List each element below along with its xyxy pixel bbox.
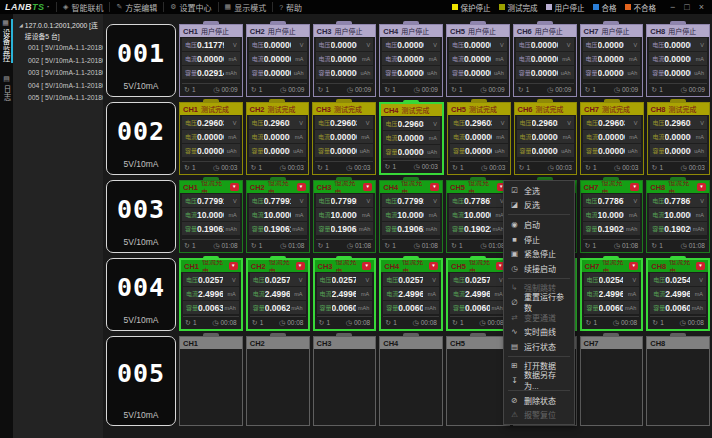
channel-card-004-CH4[interactable]: CH4恒流充电▼电压0.02573V电流2.49969mA容量0.00609mA… (379, 258, 443, 331)
channel-capacity-unit: uAh (691, 70, 704, 76)
channel-card-005-CH3[interactable]: CH3 (313, 336, 377, 426)
channel-card-001-CH5[interactable]: CH5用户停止电压0.00000V电流0.00000mA容量0.00000uAh… (446, 24, 510, 97)
menu-item-紧急停止[interactable]: ▣紧急停止 (504, 246, 574, 261)
menu-item-实时曲线[interactable]: ∿实时曲线 (504, 324, 574, 339)
channel-card-001-CH4[interactable]: CH4用户停止电压0.00000V电流0.00000mA容量0.00000uAh… (379, 24, 443, 97)
menu-item-数据另存为...[interactable]: ↧数据另存为... (504, 373, 574, 388)
menu-item-重置运行参数[interactable]: ∅重置运行参数 (504, 295, 574, 310)
tree-root-node[interactable]: ◢ 127.0.0.1:2001,2000 [连接设备5 台] (13, 20, 103, 42)
channel-capacity-value: 0.00000 (397, 68, 424, 78)
channel-voltage-unit: V (691, 198, 704, 204)
channel-current-unit: mA (223, 291, 236, 297)
channel-card-002-CH5[interactable]: CH5测试完成电压0.29603V电流0.00000mA容量0.00000uAh… (447, 102, 511, 175)
minimize-button[interactable]: − (670, 2, 675, 12)
channel-card-003-CH7[interactable]: CH7恒流充电▼电压0.77867V电流10.0000mA容量0.19020mA… (580, 180, 644, 253)
device-card-002[interactable]: 0025V/10mA (106, 102, 176, 175)
channel-footer: ↻1◷00:03 (315, 161, 373, 173)
channel-name: CH2 (250, 105, 265, 114)
select-all-icon: ☑ (510, 186, 519, 195)
channel-card-004-CH1[interactable]: CH1恒流充电▼电压0.02573V电流2.49969mA容量0.00634mA… (179, 258, 243, 331)
channel-card-005-CH7[interactable]: CH7 (580, 336, 644, 426)
channel-card-005-CH2[interactable]: CH2 (246, 336, 310, 426)
device-model-label: 5V/10mA (124, 237, 159, 252)
close-button[interactable]: × (699, 2, 704, 12)
channel-capacity-value: 0.00608 (465, 303, 490, 313)
menu-item-启动[interactable]: ◉启动 (504, 217, 574, 232)
clock-icon: ◷ (479, 319, 485, 326)
menubar-item-方案编辑[interactable]: ✎方案编辑 (109, 2, 163, 12)
menu-item-运行状态[interactable]: ▤运行状态 (504, 339, 574, 354)
tree-device-node[interactable]: 005 [ 5V/10mA-1.1-20180501005 ] (13, 92, 103, 105)
loop-count-value: 1 (326, 319, 330, 326)
tree-device-node[interactable]: 004 [ 5V/10mA-1.1-20180501004 ] (13, 80, 103, 93)
restore-button[interactable]: □ (684, 2, 689, 12)
elapsed-time: ◷00:09 (347, 86, 371, 94)
channel-card-001-CH1[interactable]: CH1用户停止电压0.11779V电流0.00000mA容量0.02914mAh… (179, 24, 243, 97)
device-card-005[interactable]: 0055V/10mA (106, 336, 176, 426)
channel-card-004-CH2[interactable]: CH2恒流充电▼电压0.02573V电流2.49969mA容量0.00622mA… (246, 258, 310, 331)
channel-card-004-CH8[interactable]: CH8恒流充电▼电压0.02542V电流2.49969mA容量0.00608mA… (646, 258, 710, 331)
channel-card-003-CH4[interactable]: CH4恒流充电▼电压0.77991V电流10.0000mA容量0.19061mA… (379, 180, 443, 253)
menu-item-删除状态[interactable]: ⊘删除状态 (504, 393, 574, 408)
elapsed-time-value: 00:03 (422, 163, 438, 170)
channel-card-002-CH8[interactable]: CH8测试完成电压0.29603V电流0.00000mA容量0.00000uAh… (647, 102, 711, 175)
channel-card-003-CH1[interactable]: CH1恒流充电▼电压0.77991V电流10.0000mA容量0.19061mA… (179, 180, 243, 253)
menubar-item-设置中心[interactable]: ⚙设置中心 (163, 2, 217, 12)
channel-card-001-CH6[interactable]: CH6用户停止电压0.00000V电流0.00000mA容量0.00000uAh… (513, 24, 577, 97)
channel-capacity-row: 容量0.00622mAh (250, 301, 306, 314)
channel-current-value: 0.00000 (197, 132, 223, 142)
field-label-current: 电流 (252, 210, 264, 219)
channel-card-005-CH5[interactable]: CH5 (446, 336, 510, 426)
channel-footer: ↻1◷00:08 (450, 316, 506, 328)
channel-card-001-CH7[interactable]: CH7用户停止电压0.00000V电流0.00000mA容量0.00000uAh… (580, 24, 644, 97)
menu-item-反选[interactable]: ◪反选 (504, 198, 574, 213)
channel-card-002-CH4[interactable]: CH4测试完成电压0.29603V电流0.00000mA容量0.00000uAh… (379, 102, 445, 175)
channel-footer: ↻1◷00:09 (316, 83, 374, 95)
menubar-item-智能联机[interactable]: ◈智能联机 (56, 2, 109, 12)
channel-voltage-row: 电压0.11779V (182, 38, 240, 51)
channel-card-004-CH5[interactable]: CH5恒流充电▼电压0.02573V电流2.49969mA容量0.00608mA… (446, 258, 510, 331)
channel-capacity-value: 0.00000 (532, 146, 558, 156)
channel-capacity-unit: uAh (424, 149, 437, 155)
channel-card-005-CH4[interactable]: CH4 (379, 336, 443, 426)
channel-voltage-unit: V (290, 277, 303, 283)
menubar-item-帮助[interactable]: ?帮助 (272, 2, 308, 12)
channel-card-002-CH6[interactable]: CH6测试完成电压0.29603V电流0.00000mA容量0.00000uAh… (514, 102, 578, 175)
channel-capacity-value: 0.00000 (598, 146, 624, 156)
gear-icon: ⚙ (170, 3, 176, 11)
tree-device-node[interactable]: 003 [ 5V/10mA-1.1-20180501003 ] (13, 67, 103, 80)
channel-card-002-CH1[interactable]: CH1测试完成电压0.29603V电流0.00000mA容量0.00000uAh… (179, 102, 243, 175)
tree-device-node[interactable]: 002 [ 5V/10mA-1.1-20180501002 ] (13, 55, 103, 68)
channel-card-005-CH8[interactable]: CH8 (646, 336, 710, 426)
channel-card-003-CH8[interactable]: CH8恒流充电▼电压0.77867V电流10.0000mA容量0.19020mA… (646, 180, 710, 253)
channel-voltage-row: 电压0.00000V (516, 38, 574, 51)
channel-card-003-CH3[interactable]: CH3恒流充电▼电压0.77991V电流10.0000mA容量0.19061mA… (313, 180, 377, 253)
channel-capacity-value: 0.00000 (264, 68, 291, 78)
device-card-001[interactable]: 0015V/10mA (106, 24, 176, 97)
menu-item-停止[interactable]: ■停止 (504, 232, 574, 247)
channel-card-002-CH7[interactable]: CH7测试完成电压0.29603V电流0.00000mA容量0.00000uAh… (580, 102, 644, 175)
channel-card-005-CH1[interactable]: CH1 (179, 336, 243, 426)
sidebar-tab-日志[interactable]: ▤日志 (1, 75, 12, 102)
channel-header: CH4测试完成 (381, 104, 443, 116)
device-card-003[interactable]: 0035V/10mA (106, 180, 176, 253)
sidebar-tab-设备监控[interactable]: ▦设备监控 (0, 19, 13, 63)
channel-card-002-CH3[interactable]: CH3测试完成电压0.29603V电流0.00000mA容量0.00000uAh… (312, 102, 376, 175)
menubar-item-显示模式[interactable]: ▦显示模式 (218, 2, 273, 12)
channel-voltage-row: 电压0.29603V (315, 116, 373, 129)
tree-expander-icon[interactable]: ◢ (19, 20, 23, 31)
device-card-004[interactable]: 0045V/10mA (106, 258, 176, 331)
menu-item-全选[interactable]: ☑全选 (504, 183, 574, 198)
menu-item-续接启动[interactable]: ◷续接启动 (504, 261, 574, 276)
tree-device-node[interactable]: 001 [ 5V/10mA-1.1-20180501001 ] (13, 42, 103, 55)
channel-card-002-CH2[interactable]: CH2测试完成电压0.29603V电流0.00000mA容量0.00000uAh… (246, 102, 310, 175)
channel-card-001-CH2[interactable]: CH2用户停止电压0.00000V电流0.00000mA容量0.00000uAh… (246, 24, 310, 97)
channel-card-003-CH5[interactable]: CH5恒流充电▼电压0.77867V电流10.0000mA容量0.19022mA… (446, 180, 510, 253)
loop-count-value: 1 (460, 319, 464, 326)
channel-card-001-CH3[interactable]: CH3用户停止电压0.00000V电流0.00000mA容量0.00000uAh… (313, 24, 377, 97)
channel-name: CH2 (250, 339, 265, 348)
channel-card-004-CH3[interactable]: CH3恒流充电▼电压0.02573V电流2.49969mA容量0.00609mA… (313, 258, 377, 331)
channel-card-003-CH2[interactable]: CH2恒流充电▼电压0.77991V电流10.0000mA容量0.19061mA… (246, 180, 310, 253)
channel-card-001-CH8[interactable]: CH8用户停止电压0.00000V电流0.00000mA容量0.00000uAh… (646, 24, 710, 97)
channel-card-004-CH7[interactable]: CH7恒流充电▼电压0.02542V电流2.49969mA容量0.00608mA… (580, 258, 644, 331)
